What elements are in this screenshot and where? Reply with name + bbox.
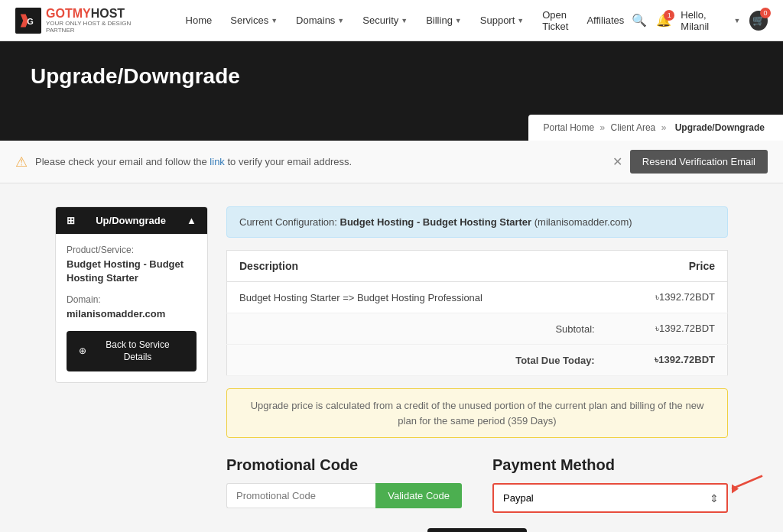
- back-btn-label: Back to Service Details: [91, 339, 184, 365]
- logo-subtitle: YOUR ONLY HOST & DESIGN PARTNER: [46, 20, 155, 34]
- alert-link[interactable]: link: [210, 156, 225, 167]
- resend-email-button[interactable]: Resend Verification Email: [630, 150, 768, 174]
- subtotal-value: ৳1392.72BDT: [607, 313, 728, 345]
- payment-title: Payment Method: [492, 456, 728, 474]
- svg-line-3: [732, 476, 762, 489]
- row-desc: Budget Hosting Starter => Budget Hosting…: [227, 282, 607, 313]
- breadcrumb-portal-home[interactable]: Portal Home: [544, 122, 595, 133]
- nav-domains[interactable]: Domains ▼: [288, 10, 352, 31]
- subtotal-label: Subtotal:: [227, 313, 607, 345]
- sidebar-widget: ⊞ Up/Downgrade ▲ Product/Service: Budget…: [55, 206, 208, 383]
- validate-code-button[interactable]: Validate Code: [375, 483, 462, 508]
- config-value: Budget Hosting - Budget Hosting Starter: [340, 216, 532, 228]
- hello-text: Hello, Milanil: [681, 9, 731, 32]
- red-arrow-icon: [728, 472, 766, 495]
- row-price: ৳1392.72BDT: [607, 282, 728, 313]
- bottom-row: Promotional Code Validate Code Payment M…: [226, 456, 728, 513]
- notifications-button[interactable]: 🔔 1: [656, 13, 671, 28]
- warning-icon: ⚠: [15, 154, 28, 170]
- breadcrumb-client-area[interactable]: Client Area: [611, 122, 656, 133]
- price-table: Description Price Budget Hosting Starter…: [226, 250, 728, 376]
- nav-affiliates[interactable]: Affiliates: [579, 10, 632, 31]
- sidebar-icon: ⊞: [67, 215, 75, 226]
- user-menu-arrow: ▼: [733, 17, 740, 24]
- alert-bar: ⚠ Please check your email and follow the…: [0, 141, 783, 183]
- domain-label: Domain:: [67, 294, 197, 305]
- breadcrumb-sep1: »: [600, 122, 608, 133]
- breadcrumb-current: Upgrade/Downgrade: [675, 122, 765, 133]
- breadcrumb-sep2: »: [661, 122, 669, 133]
- nav-home[interactable]: Home: [178, 10, 220, 31]
- promo-title: Promotional Code: [226, 456, 462, 474]
- total-label: Total Due Today:: [227, 345, 607, 376]
- main-panel: Current Configuration: Budget Hosting - …: [226, 206, 728, 532]
- nav-links: Home Services ▼ Domains ▼ Security ▼ Bil…: [178, 5, 632, 37]
- logo[interactable]: G GOTMYHOST YOUR ONLY HOST & DESIGN PART…: [15, 7, 155, 34]
- payment-select-wrapper: Paypal ⇕: [492, 483, 728, 513]
- alert-text: Please check your email and follow the l…: [35, 156, 352, 167]
- navbar: G GOTMYHOST YOUR ONLY HOST & DESIGN PART…: [0, 0, 783, 41]
- payment-method-select[interactable]: Paypal: [494, 485, 726, 511]
- search-button[interactable]: 🔍: [632, 13, 647, 28]
- col-description: Description: [227, 251, 607, 282]
- alert-close-button[interactable]: ✕: [612, 154, 622, 169]
- table-row: Budget Hosting Starter => Budget Hosting…: [227, 282, 728, 313]
- nav-support[interactable]: Support ▼: [473, 10, 531, 31]
- breadcrumb: Portal Home » Client Area » Upgrade/Down…: [528, 115, 783, 141]
- back-to-service-button[interactable]: ⊕ Back to Service Details: [67, 331, 197, 372]
- promo-code-input[interactable]: [226, 483, 375, 508]
- nav-security[interactable]: Security ▼: [355, 10, 415, 31]
- alert-actions: ✕ Resend Verification Email: [612, 150, 768, 174]
- promo-section: Promotional Code Validate Code: [226, 456, 462, 508]
- total-row: Total Due Today: ৳1392.72BDT: [227, 345, 728, 376]
- logo-icon: G: [15, 7, 41, 34]
- col-price: Price: [607, 251, 728, 282]
- nav-billing[interactable]: Billing ▼: [418, 10, 469, 31]
- domain-value: milanisomadder.com: [67, 307, 197, 321]
- cart-badge: 0: [760, 8, 771, 18]
- product-label: Product/Service:: [67, 245, 197, 255]
- config-bar: Current Configuration: Budget Hosting - …: [226, 206, 728, 238]
- sidebar-title: Up/Downgrade: [96, 215, 166, 226]
- notice-box: Upgrade price is calculated from a credi…: [226, 388, 728, 438]
- continue-row: Continue →: [226, 528, 728, 532]
- sidebar: ⊞ Up/Downgrade ▲ Product/Service: Budget…: [55, 206, 208, 532]
- arrow-annotation: [728, 472, 766, 498]
- hero-banner: Upgrade/Downgrade Portal Home » Client A…: [0, 41, 783, 141]
- subtotal-row: Subtotal: ৳1392.72BDT: [227, 313, 728, 345]
- sidebar-toggle-icon: ▲: [187, 215, 197, 226]
- cart-button[interactable]: 🛒 0: [749, 11, 768, 31]
- continue-button[interactable]: Continue →: [427, 528, 527, 532]
- alert-message: ⚠ Please check your email and follow the…: [15, 154, 352, 170]
- svg-text:G: G: [27, 17, 34, 26]
- page-title: Upgrade/Downgrade: [31, 64, 752, 89]
- total-value: ৳1392.72BDT: [607, 345, 728, 376]
- main-content: ⊞ Up/Downgrade ▲ Product/Service: Budget…: [24, 183, 759, 532]
- sidebar-body: Product/Service: Budget Hosting - Budget…: [56, 234, 207, 382]
- payment-section: Payment Method Paypal ⇕: [492, 456, 728, 513]
- nav-right: 🔍 🔔 1 Hello, Milanil ▼ 🛒 0: [632, 9, 768, 32]
- promo-row: Validate Code: [226, 483, 462, 508]
- product-value: Budget Hosting - Budget Hosting Starter: [67, 258, 197, 285]
- nav-open-ticket[interactable]: Open Ticket: [534, 5, 576, 37]
- plus-icon: ⊕: [79, 345, 86, 358]
- notification-badge: 1: [664, 10, 674, 21]
- user-menu[interactable]: Hello, Milanil ▼: [681, 9, 740, 32]
- sidebar-header[interactable]: ⊞ Up/Downgrade ▲: [56, 207, 207, 234]
- nav-services[interactable]: Services ▼: [223, 10, 285, 31]
